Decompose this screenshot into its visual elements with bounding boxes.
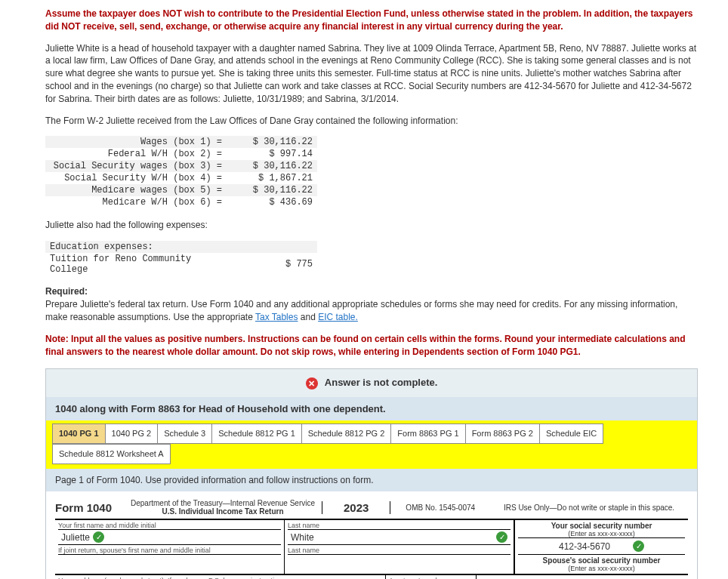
spouse-ssn-format: (Enter as xxx-xx-xxxx) — [518, 565, 685, 572]
omb-number: OMB No. 1545-0074 — [390, 504, 490, 512]
dept-label: Department of the Treasury—Internal Reve… — [124, 499, 322, 516]
form-title: Form 1040 — [55, 501, 112, 514]
spouse-last-value[interactable] — [288, 554, 511, 569]
tab-1040-pg1[interactable]: 1040 PG 1 — [52, 423, 106, 444]
tax-year: 2023 — [322, 501, 390, 514]
tab-8812-pg1[interactable]: Schedule 8812 PG 1 — [211, 423, 302, 444]
spouse-first-label: If joint return, spouse's first name and… — [58, 544, 281, 554]
spouse-first-value[interactable] — [58, 554, 281, 569]
tab-8863-pg1[interactable]: Form 8863 PG 1 — [390, 423, 465, 444]
note-text: Note: Input all the values as positive n… — [45, 333, 698, 359]
tabs-highlight: 1040 PG 1 1040 PG 2 Schedule 3 Schedule … — [46, 420, 697, 469]
check-icon: ✓ — [633, 541, 644, 552]
answer-status-header: ✕ Answer is not complete. — [46, 369, 697, 397]
spouse-ssn-label: Spouse's social security number — [518, 554, 685, 565]
check-icon: ✓ — [496, 531, 507, 543]
intro-warning: Assume the taxpayer does NOT wish to con… — [45, 8, 698, 33]
page-instruction: Page 1 of Form 1040. Use provided inform… — [46, 469, 697, 491]
ssn-value[interactable]: 412-34-5670 — [559, 541, 610, 552]
w2-table: Wages (box 1) =$ 30,116.22 Federal W/H (… — [45, 136, 317, 208]
tab-schedule-eic[interactable]: Schedule EIC — [539, 423, 603, 444]
tab-8863-pg2[interactable]: Form 8863 PG 2 — [465, 423, 540, 444]
tab-8812-wsA[interactable]: Schedule 8812 Worksheet A — [52, 444, 171, 464]
form-tabs: 1040 PG 1 1040 PG 2 Schedule 3 Schedule … — [46, 423, 697, 469]
form-1040-area: Form 1040 Department of the Treasury—Int… — [46, 491, 697, 579]
tab-8812-pg2[interactable]: Schedule 8812 PG 2 — [301, 423, 392, 444]
last-name-label: Last name — [288, 522, 511, 529]
form-description: 1040 along with Form 8863 for Head of Ho… — [46, 397, 697, 420]
check-icon: ✓ — [93, 531, 104, 543]
last-name-value[interactable]: White — [291, 532, 314, 543]
tab-schedule-3[interactable]: Schedule 3 — [157, 423, 212, 444]
required-label: Required: — [45, 286, 698, 297]
w2-intro: The Form W-2 Juliette received from the … — [45, 115, 698, 128]
first-name-value[interactable]: Juliette — [61, 532, 90, 543]
eic-table-link[interactable]: EIC table. — [318, 312, 358, 322]
irs-use-only: IRS Use Only—Do not write or staple in t… — [490, 504, 688, 512]
required-text: Prepare Juliette's federal tax return. U… — [45, 298, 698, 324]
tab-1040-pg2[interactable]: 1040 PG 2 — [105, 423, 159, 444]
ssn-format: (Enter as xxx-xx-xxxx) — [518, 530, 685, 537]
answer-container: ✕ Answer is not complete. 1040 along wit… — [45, 368, 698, 579]
expenses-table: Education expenses: Tuition for Reno Com… — [45, 241, 317, 276]
tax-tables-link[interactable]: Tax Tables — [255, 312, 298, 322]
ssn-label: Your social security number — [518, 522, 685, 530]
exp-intro: Juliette also had the following expenses… — [45, 219, 698, 232]
error-icon: ✕ — [306, 377, 318, 390]
first-name-label: Your first name and middle initial — [58, 522, 281, 529]
spouse-last-label: Last name — [288, 544, 511, 554]
scenario-text: Juliette White is a head of household ta… — [45, 42, 698, 106]
